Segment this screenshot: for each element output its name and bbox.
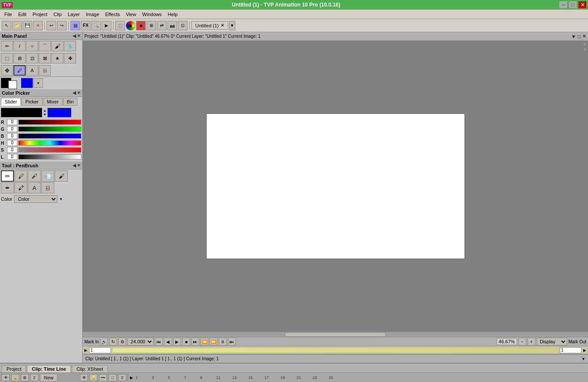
tool-move[interactable]: ✥ (1, 65, 13, 76)
tab-mixer[interactable]: Mixer (43, 98, 63, 106)
tool-fill[interactable]: 🖌 (51, 41, 63, 51)
slider-r-value[interactable]: 0 (7, 119, 17, 125)
slider-r-track[interactable] (18, 120, 81, 125)
tab-timeline[interactable]: Clip: Time Line (27, 365, 71, 372)
canvas-collapse-icon[interactable]: ▼ (571, 34, 576, 39)
canvas-drawing-area[interactable] (206, 113, 465, 259)
color-arrow[interactable]: ▼ (33, 78, 43, 88)
current-color-swatch[interactable] (1, 108, 42, 117)
btn-first-frame[interactable]: ⏮ (155, 338, 163, 345)
slider-s-track[interactable] (18, 147, 81, 153)
slider-h-value[interactable]: 0 (7, 140, 17, 146)
tool-text[interactable]: A (26, 65, 38, 76)
slider-g-value[interactable]: 0 (7, 126, 17, 132)
penbrush-select[interactable]: ⌸ (41, 182, 54, 193)
tool-open[interactable]: 📂 (12, 21, 22, 30)
tool-save[interactable]: 💾 (23, 21, 32, 30)
main-panel-close[interactable]: ✕ (77, 33, 80, 38)
btn-loop[interactable]: ↻ (109, 338, 117, 345)
slider-l-value[interactable]: 0 (7, 154, 17, 160)
slider-h-track[interactable] (18, 140, 81, 146)
btn-zoom-minus[interactable]: − (518, 338, 526, 345)
penbrush-hard[interactable]: 🖋 (28, 170, 41, 182)
tool-cancel[interactable]: ✕ (33, 21, 43, 30)
tool-arc[interactable]: ⌒ (39, 41, 51, 51)
btn-last-frame[interactable]: ⏭ (191, 338, 199, 345)
tool-color-square[interactable]: ■ (136, 21, 146, 30)
tool-rect-select[interactable]: ⬚ (1, 53, 13, 63)
frame-start-input[interactable] (89, 347, 111, 353)
tool-pipette[interactable]: 💧 (64, 41, 76, 51)
tool-warp[interactable]: ✤ (64, 53, 76, 63)
menu-help[interactable]: Help (165, 11, 180, 18)
tl-btn-lock[interactable]: 🔒 (11, 374, 19, 381)
frame-nav-left[interactable]: ▶ (84, 348, 87, 352)
penbrush-collapse[interactable]: ◀ (73, 163, 76, 168)
tool-zoom[interactable]: 🔍 (91, 21, 101, 30)
btn-next-anim[interactable]: ⏩ (210, 338, 217, 345)
slider-b-track[interactable] (18, 133, 81, 139)
slider-s-value[interactable]: 0 (7, 147, 17, 153)
tab-close-icon[interactable]: ✕ (220, 23, 224, 28)
penbrush-airbrush[interactable]: 💨 (41, 170, 54, 182)
tool-layers[interactable]: ⬚ (115, 21, 125, 30)
menu-view[interactable]: View (123, 11, 139, 18)
color-picker-close[interactable]: ✕ (77, 90, 80, 95)
tl-btn-eye[interactable]: 👁 (2, 374, 10, 381)
menu-clip[interactable]: Clip (51, 11, 64, 18)
tl-btn-z[interactable]: Z (118, 374, 126, 381)
tool-grid[interactable]: ⊞ (147, 21, 156, 30)
btn-forward[interactable]: ⏭ (228, 338, 236, 345)
tool-transform[interactable]: ⊞ (13, 53, 26, 63)
penbrush-text[interactable]: A (28, 182, 41, 193)
color-swatch-bg[interactable] (8, 80, 17, 89)
tool-redo[interactable]: ↪ (57, 21, 67, 30)
display-select[interactable]: Display (537, 338, 567, 345)
penbrush-soft[interactable]: ✏ (1, 170, 14, 182)
fps-select[interactable]: 24.000 12.000 25.000 30.000 (127, 338, 154, 345)
tool-select[interactable]: ↖ (2, 21, 11, 30)
tab-xsheet[interactable]: Clip: XSheet (72, 365, 108, 372)
canvas-hscrollbar[interactable] (83, 332, 588, 337)
tl-btn-expand[interactable]: 👁 (80, 374, 88, 381)
btn-zoom-plus[interactable]: + (528, 338, 535, 345)
color-picker-collapse[interactable]: ◀ (73, 90, 76, 95)
color-arrow-up-down[interactable]: ▲▼ (43, 109, 47, 116)
ruler-arrow-left[interactable]: ▶ (130, 375, 133, 380)
tl-btn-grid[interactable]: ⊞ (21, 374, 29, 381)
btn-settings[interactable]: ⚙ (118, 338, 126, 345)
color-mode-arrow[interactable]: ▼ (59, 197, 63, 201)
color-mode-dropdown[interactable]: Color Behind Erase Merge (14, 195, 57, 203)
tool-magic-select[interactable]: ⊡ (26, 53, 38, 63)
close-button[interactable]: ✕ (578, 1, 586, 8)
slider-g-track[interactable] (18, 126, 81, 132)
tl-new-button[interactable]: New (40, 374, 57, 382)
canvas-close-icon[interactable]: ✕ (582, 33, 586, 39)
tool-circle[interactable]: ○ (26, 41, 38, 51)
btn-prev-anim[interactable]: ⏪ (200, 338, 208, 345)
btn-pause[interactable]: ⏸ (219, 338, 227, 345)
hscroll-thumb[interactable] (285, 332, 386, 337)
canvas-maximize-icon[interactable]: □ (578, 34, 581, 39)
tab-slider[interactable]: Slider (1, 98, 21, 106)
maximize-button[interactable]: □ (569, 1, 577, 8)
minimize-button[interactable]: ─ (559, 1, 567, 8)
tl-btn-star[interactable]: Z (30, 374, 38, 381)
frame-nav-right[interactable]: ▶ (583, 348, 586, 352)
penbrush-feather[interactable]: 🖊 (14, 170, 27, 182)
tl-btn-dot[interactable]: ••• (99, 374, 107, 381)
penbrush-smear[interactable]: 🖍 (14, 182, 27, 193)
tool-star[interactable]: ★ (51, 53, 63, 63)
tl-btn-star2[interactable]: 💡 (90, 374, 97, 381)
frame-timeline-bar[interactable] (113, 348, 558, 352)
btn-stop[interactable]: ■ (182, 338, 190, 345)
tool-play[interactable]: ▶ (102, 21, 111, 30)
btn-sound[interactable]: 🔊 (100, 338, 108, 345)
tool-grid2[interactable]: ⊡ (178, 21, 187, 30)
btn-prev-frame[interactable]: ◀ (164, 338, 172, 345)
tool-undo[interactable]: ↩ (47, 21, 56, 30)
menu-effects[interactable]: Effects (103, 11, 122, 18)
slider-b-value[interactable]: 0 (7, 133, 17, 139)
clip-info-dropdown[interactable]: ▼ (581, 357, 585, 361)
frame-end-input[interactable] (560, 347, 581, 353)
